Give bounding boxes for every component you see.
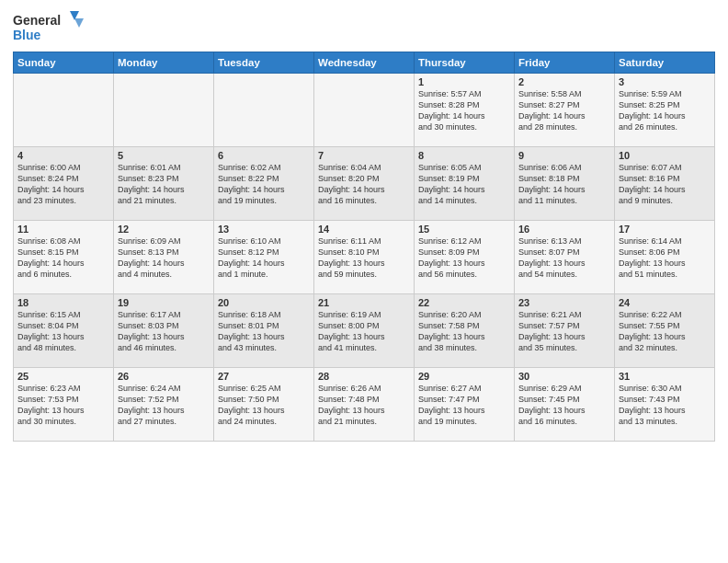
calendar-cell: 29Sunrise: 6:27 AM Sunset: 7:47 PM Dayli… — [415, 368, 515, 442]
day-number: 3 — [619, 76, 711, 87]
calendar-cell: 8Sunrise: 6:05 AM Sunset: 8:19 PM Daylig… — [415, 147, 515, 221]
day-number: 25 — [17, 371, 109, 382]
day-info: Sunrise: 6:17 AM Sunset: 8:03 PM Dayligh… — [118, 309, 210, 354]
day-number: 8 — [418, 150, 510, 161]
day-info: Sunrise: 5:59 AM Sunset: 8:25 PM Dayligh… — [619, 88, 711, 133]
day-number: 16 — [518, 224, 610, 235]
day-number: 22 — [418, 297, 510, 308]
day-header-wednesday: Wednesday — [314, 52, 415, 74]
day-number: 11 — [17, 224, 109, 235]
calendar-cell: 6Sunrise: 6:02 AM Sunset: 8:22 PM Daylig… — [214, 147, 314, 221]
day-number: 23 — [518, 297, 610, 308]
calendar-cell — [214, 74, 314, 147]
day-info: Sunrise: 6:04 AM Sunset: 8:20 PM Dayligh… — [318, 162, 410, 207]
calendar-cell: 3Sunrise: 5:59 AM Sunset: 8:25 PM Daylig… — [615, 74, 715, 147]
day-info: Sunrise: 6:23 AM Sunset: 7:53 PM Dayligh… — [17, 383, 109, 428]
day-info: Sunrise: 6:12 AM Sunset: 8:09 PM Dayligh… — [418, 236, 510, 281]
calendar-cell: 9Sunrise: 6:06 AM Sunset: 8:18 PM Daylig… — [515, 147, 615, 221]
day-number: 6 — [218, 150, 310, 161]
day-info: Sunrise: 6:10 AM Sunset: 8:12 PM Dayligh… — [218, 236, 310, 281]
calendar-cell: 5Sunrise: 6:01 AM Sunset: 8:23 PM Daylig… — [114, 147, 214, 221]
day-info: Sunrise: 6:08 AM Sunset: 8:15 PM Dayligh… — [17, 236, 109, 281]
calendar-cell: 4Sunrise: 6:00 AM Sunset: 8:24 PM Daylig… — [14, 147, 114, 221]
day-number: 19 — [118, 297, 210, 308]
day-header-saturday: Saturday — [615, 52, 715, 74]
svg-text:General: General — [13, 13, 61, 28]
day-header-sunday: Sunday — [14, 52, 114, 74]
day-info: Sunrise: 6:02 AM Sunset: 8:22 PM Dayligh… — [218, 162, 310, 207]
week-row-4: 18Sunrise: 6:15 AM Sunset: 8:04 PM Dayli… — [14, 294, 715, 368]
day-info: Sunrise: 6:22 AM Sunset: 7:55 PM Dayligh… — [619, 309, 711, 354]
day-info: Sunrise: 6:18 AM Sunset: 8:01 PM Dayligh… — [218, 309, 310, 354]
calendar-cell: 15Sunrise: 6:12 AM Sunset: 8:09 PM Dayli… — [415, 221, 515, 294]
calendar-cell: 13Sunrise: 6:10 AM Sunset: 8:12 PM Dayli… — [214, 221, 314, 294]
calendar-cell — [114, 74, 214, 147]
day-number: 14 — [318, 224, 410, 235]
day-header-friday: Friday — [515, 52, 615, 74]
calendar-cell: 22Sunrise: 6:20 AM Sunset: 7:58 PM Dayli… — [415, 294, 515, 368]
day-number: 18 — [17, 297, 109, 308]
day-header-monday: Monday — [114, 52, 214, 74]
day-number: 12 — [118, 224, 210, 235]
week-row-3: 11Sunrise: 6:08 AM Sunset: 8:15 PM Dayli… — [14, 221, 715, 294]
day-number: 24 — [619, 297, 711, 308]
calendar-cell: 1Sunrise: 5:57 AM Sunset: 8:28 PM Daylig… — [415, 74, 515, 147]
calendar-cell: 16Sunrise: 6:13 AM Sunset: 8:07 PM Dayli… — [515, 221, 615, 294]
calendar-cell: 14Sunrise: 6:11 AM Sunset: 8:10 PM Dayli… — [314, 221, 415, 294]
day-number: 31 — [619, 371, 711, 382]
calendar-cell — [14, 74, 114, 147]
calendar-cell: 11Sunrise: 6:08 AM Sunset: 8:15 PM Dayli… — [14, 221, 114, 294]
calendar-cell: 24Sunrise: 6:22 AM Sunset: 7:55 PM Dayli… — [615, 294, 715, 368]
calendar-cell: 23Sunrise: 6:21 AM Sunset: 7:57 PM Dayli… — [515, 294, 615, 368]
day-info: Sunrise: 6:25 AM Sunset: 7:50 PM Dayligh… — [218, 383, 310, 428]
calendar-cell: 25Sunrise: 6:23 AM Sunset: 7:53 PM Dayli… — [14, 368, 114, 442]
svg-marker-3 — [74, 18, 84, 28]
day-number: 26 — [118, 371, 210, 382]
calendar-cell: 18Sunrise: 6:15 AM Sunset: 8:04 PM Dayli… — [14, 294, 114, 368]
calendar-cell: 27Sunrise: 6:25 AM Sunset: 7:50 PM Dayli… — [214, 368, 314, 442]
week-row-5: 25Sunrise: 6:23 AM Sunset: 7:53 PM Dayli… — [14, 368, 715, 442]
day-info: Sunrise: 6:21 AM Sunset: 7:57 PM Dayligh… — [518, 309, 610, 354]
calendar-cell: 19Sunrise: 6:17 AM Sunset: 8:03 PM Dayli… — [114, 294, 214, 368]
calendar-cell: 7Sunrise: 6:04 AM Sunset: 8:20 PM Daylig… — [314, 147, 415, 221]
week-row-1: 1Sunrise: 5:57 AM Sunset: 8:28 PM Daylig… — [14, 74, 715, 147]
calendar-cell: 2Sunrise: 5:58 AM Sunset: 8:27 PM Daylig… — [515, 74, 615, 147]
day-info: Sunrise: 6:11 AM Sunset: 8:10 PM Dayligh… — [318, 236, 410, 281]
day-info: Sunrise: 6:26 AM Sunset: 7:48 PM Dayligh… — [318, 383, 410, 428]
calendar-cell: 28Sunrise: 6:26 AM Sunset: 7:48 PM Dayli… — [314, 368, 415, 442]
day-info: Sunrise: 5:58 AM Sunset: 8:27 PM Dayligh… — [518, 88, 610, 133]
day-number: 10 — [619, 150, 711, 161]
day-info: Sunrise: 6:27 AM Sunset: 7:47 PM Dayligh… — [418, 383, 510, 428]
day-info: Sunrise: 6:20 AM Sunset: 7:58 PM Dayligh… — [418, 309, 510, 354]
calendar-cell: 20Sunrise: 6:18 AM Sunset: 8:01 PM Dayli… — [214, 294, 314, 368]
day-number: 17 — [619, 224, 711, 235]
day-number: 15 — [418, 224, 510, 235]
day-info: Sunrise: 6:06 AM Sunset: 8:18 PM Dayligh… — [518, 162, 610, 207]
day-info: Sunrise: 6:14 AM Sunset: 8:06 PM Dayligh… — [619, 236, 711, 281]
day-info: Sunrise: 6:09 AM Sunset: 8:13 PM Dayligh… — [118, 236, 210, 281]
day-number: 20 — [218, 297, 310, 308]
day-info: Sunrise: 6:15 AM Sunset: 8:04 PM Dayligh… — [17, 309, 109, 354]
calendar-cell: 10Sunrise: 6:07 AM Sunset: 8:16 PM Dayli… — [615, 147, 715, 221]
day-number: 1 — [418, 76, 510, 87]
day-info: Sunrise: 6:30 AM Sunset: 7:43 PM Dayligh… — [619, 383, 711, 428]
day-number: 4 — [17, 150, 109, 161]
calendar-cell: 26Sunrise: 6:24 AM Sunset: 7:52 PM Dayli… — [114, 368, 214, 442]
calendar-cell: 30Sunrise: 6:29 AM Sunset: 7:45 PM Dayli… — [515, 368, 615, 442]
day-info: Sunrise: 6:29 AM Sunset: 7:45 PM Dayligh… — [518, 383, 610, 428]
logo-svg: General Blue — [13, 9, 86, 46]
svg-text:Blue: Blue — [13, 28, 41, 42]
day-number: 7 — [318, 150, 410, 161]
day-number: 28 — [318, 371, 410, 382]
day-info: Sunrise: 6:05 AM Sunset: 8:19 PM Dayligh… — [418, 162, 510, 207]
day-number: 21 — [318, 297, 410, 308]
day-number: 2 — [518, 76, 610, 87]
day-info: Sunrise: 6:13 AM Sunset: 8:07 PM Dayligh… — [518, 236, 610, 281]
calendar-cell: 31Sunrise: 6:30 AM Sunset: 7:43 PM Dayli… — [615, 368, 715, 442]
day-number: 29 — [418, 371, 510, 382]
day-number: 27 — [218, 371, 310, 382]
day-info: Sunrise: 6:19 AM Sunset: 8:00 PM Dayligh… — [318, 309, 410, 354]
logo: General Blue — [13, 9, 86, 46]
day-info: Sunrise: 6:07 AM Sunset: 8:16 PM Dayligh… — [619, 162, 711, 207]
calendar-cell: 21Sunrise: 6:19 AM Sunset: 8:00 PM Dayli… — [314, 294, 415, 368]
